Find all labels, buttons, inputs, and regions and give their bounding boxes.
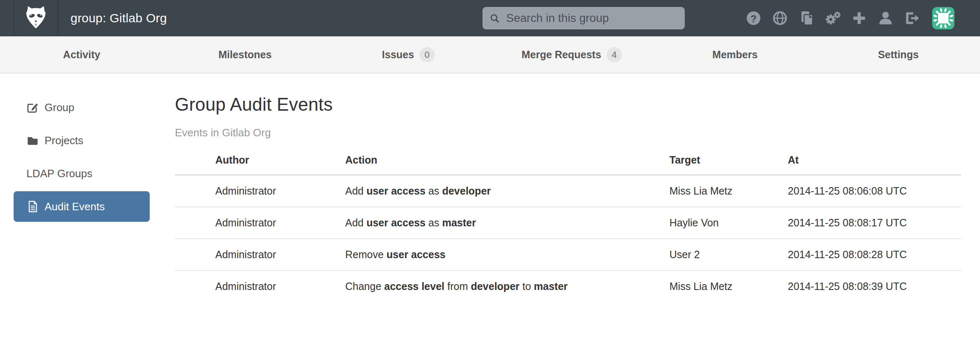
gitlab-fox-logo-icon <box>23 4 49 32</box>
sidebar-item-audit-events[interactable]: Audit Events <box>14 191 150 222</box>
page-context-title: group: Gitlab Org <box>71 11 167 25</box>
cell-action: Add user access as master <box>345 207 669 239</box>
plus-icon[interactable] <box>851 9 867 28</box>
top-header: group: Gitlab Org ? <box>0 0 980 36</box>
cell-action: Add user access as developer <box>345 175 669 207</box>
col-header-target: Target <box>669 154 788 175</box>
page-title: Group Audit Events <box>175 94 961 115</box>
gears-icon[interactable] <box>825 9 841 28</box>
copy-icon[interactable] <box>798 9 815 28</box>
settings-sidebar: Group Projects LDAP Groups <box>0 74 161 302</box>
cell-author: Administrator <box>175 271 345 302</box>
cell-target: Haylie Von <box>669 207 788 239</box>
col-header-at: At <box>788 154 961 175</box>
group-nav: Activity Milestones Issues 0 Merge Reque… <box>0 36 980 74</box>
cell-author: Administrator <box>175 239 345 271</box>
tab-milestones[interactable]: Milestones <box>163 36 327 73</box>
tab-issues[interactable]: Issues 0 <box>327 36 490 73</box>
col-header-author: Author <box>175 154 345 175</box>
cell-target: Miss Lia Metz <box>669 271 788 302</box>
folder-icon <box>26 134 40 147</box>
cell-action: Remove user access <box>345 239 669 271</box>
audit-table-body: Administrator Add user access as develop… <box>175 175 961 302</box>
cell-at: 2014-11-25 08:06:08 UTC <box>788 175 961 207</box>
svg-text:?: ? <box>751 13 757 24</box>
user-icon[interactable] <box>877 9 894 28</box>
pencil-square-icon <box>26 101 40 114</box>
home-logo-button[interactable] <box>14 0 58 36</box>
cell-author: Administrator <box>175 175 345 207</box>
sidebar-item-ldap-groups[interactable]: LDAP Groups <box>0 157 161 190</box>
cell-target: User 2 <box>669 239 788 271</box>
header-icon-bar: ? <box>745 9 920 28</box>
search-input[interactable] <box>483 7 685 29</box>
tab-activity[interactable]: Activity <box>0 36 163 73</box>
table-row: Administrator Remove user access User 2 … <box>175 239 961 271</box>
cell-author: Administrator <box>175 207 345 239</box>
issues-count-badge: 0 <box>419 47 435 62</box>
cell-action: Change access level from developer to ma… <box>345 271 669 302</box>
tab-members[interactable]: Members <box>653 36 817 73</box>
file-text-icon <box>26 200 40 213</box>
page-subtitle: Events in Gitlab Org <box>175 126 961 139</box>
cell-at: 2014-11-25 08:08:17 UTC <box>788 207 961 239</box>
audit-events-table: Author Action Target At Administrator Ad… <box>175 154 961 302</box>
table-row: Administrator Add user access as develop… <box>175 175 961 207</box>
page-body: Group Projects LDAP Groups <box>0 74 980 302</box>
cell-at: 2014-11-25 08:08:28 UTC <box>788 239 961 271</box>
tab-settings[interactable]: Settings <box>817 36 980 73</box>
globe-icon[interactable] <box>772 9 788 28</box>
sidebar-item-projects[interactable]: Projects <box>0 124 161 157</box>
cell-at: 2014-11-25 08:08:39 UTC <box>788 271 961 302</box>
sidebar-item-group[interactable]: Group <box>0 91 161 124</box>
group-search <box>483 7 685 29</box>
main-content: Group Audit Events Events in Gitlab Org … <box>161 74 980 302</box>
table-row: Administrator Change access level from d… <box>175 271 961 302</box>
merge-requests-count-badge: 4 <box>607 47 622 62</box>
table-header-row: Author Action Target At <box>175 154 961 175</box>
cell-target: Miss Lia Metz <box>669 175 788 207</box>
col-header-action: Action <box>345 154 669 175</box>
sign-out-icon[interactable] <box>904 9 920 28</box>
tab-merge-requests[interactable]: Merge Requests 4 <box>490 36 653 73</box>
help-icon[interactable]: ? <box>745 9 762 28</box>
search-icon <box>489 13 501 26</box>
table-row: Administrator Add user access as master … <box>175 207 961 239</box>
avatar-identicon[interactable] <box>932 7 954 29</box>
